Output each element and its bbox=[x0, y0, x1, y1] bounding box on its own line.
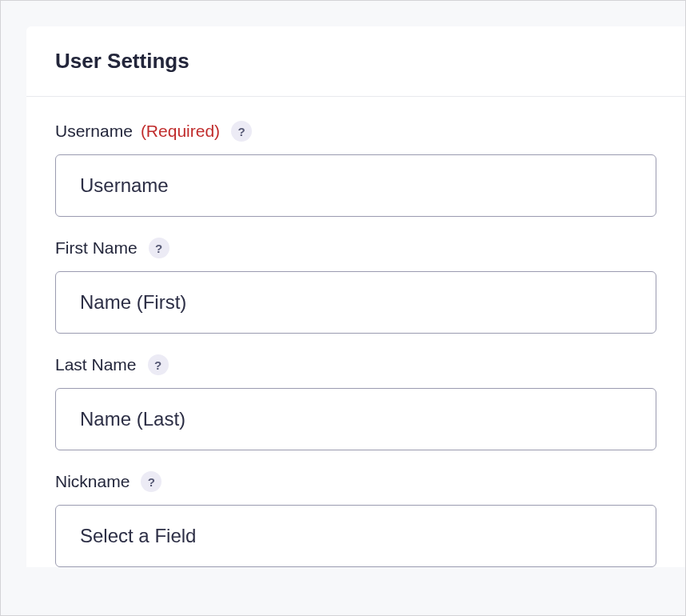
field-group-username: Username (Required) ? bbox=[55, 121, 656, 217]
panel-header: User Settings bbox=[26, 26, 685, 97]
last-name-input[interactable] bbox=[55, 388, 656, 450]
field-label-row: Username (Required) ? bbox=[55, 121, 656, 142]
field-group-first-name: First Name ? bbox=[55, 238, 656, 334]
help-icon[interactable]: ? bbox=[231, 121, 252, 142]
field-group-nickname: Nickname ? Select a Field bbox=[55, 471, 656, 567]
help-icon[interactable]: ? bbox=[149, 238, 170, 258]
username-input[interactable] bbox=[55, 154, 656, 217]
user-settings-panel: User Settings Username (Required) ? Firs… bbox=[26, 26, 685, 567]
last-name-label: Last Name bbox=[55, 355, 137, 374]
page-title: User Settings bbox=[55, 49, 656, 74]
first-name-input[interactable] bbox=[55, 271, 656, 334]
required-tag: (Required) bbox=[141, 122, 220, 141]
field-label-row: Nickname ? bbox=[55, 471, 656, 492]
nickname-select[interactable]: Select a Field bbox=[55, 505, 656, 567]
field-group-last-name: Last Name ? bbox=[55, 354, 656, 450]
field-label-row: First Name ? bbox=[55, 238, 656, 258]
panel-body: Username (Required) ? First Name ? Last … bbox=[26, 97, 685, 567]
first-name-label: First Name bbox=[55, 238, 138, 258]
username-label: Username bbox=[55, 122, 133, 141]
nickname-label: Nickname bbox=[55, 472, 130, 491]
help-icon[interactable]: ? bbox=[141, 471, 162, 492]
field-label-row: Last Name ? bbox=[55, 354, 656, 375]
help-icon[interactable]: ? bbox=[148, 354, 169, 375]
